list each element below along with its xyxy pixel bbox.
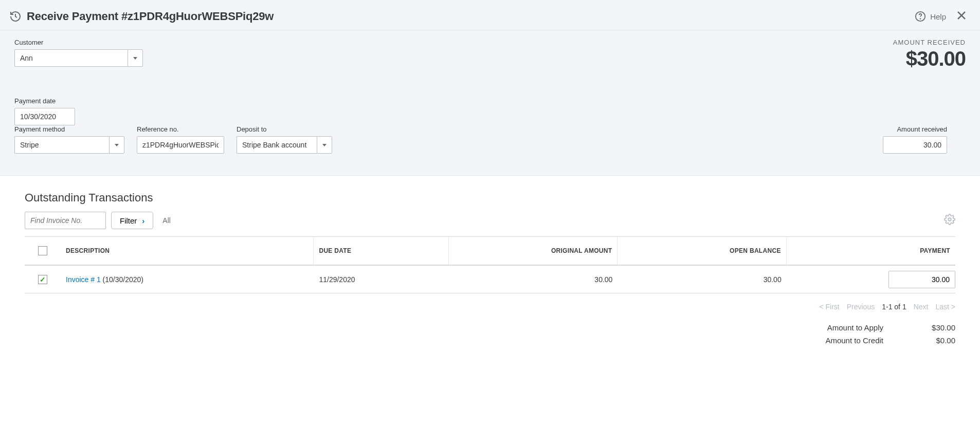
payment-method-dropdown-button[interactable] — [109, 136, 124, 154]
help-label: Help — [930, 12, 946, 21]
pager-first[interactable]: < First — [819, 303, 839, 311]
col-original-amount: ORIGINAL AMOUNT — [449, 237, 618, 265]
payment-date-input[interactable] — [14, 108, 75, 125]
filter-all-label: All — [162, 216, 171, 225]
amount-to-apply-value: $30.00 — [919, 323, 955, 332]
amount-to-credit-label: Amount to Credit — [825, 336, 883, 345]
amount-received-summary-value: $30.00 — [893, 47, 966, 70]
pager-last[interactable]: Last > — [935, 303, 955, 311]
table-header: DESCRIPTION DUE DATE ORIGINAL AMOUNT OPE… — [25, 237, 955, 266]
col-open-balance: OPEN BALANCE — [618, 237, 786, 265]
deposit-to-input[interactable] — [237, 136, 317, 154]
amount-received-input-label: Amount received — [883, 125, 947, 133]
invoice-date: (10/30/2020) — [103, 275, 143, 284]
cell-description: Invoice # 1 (10/30/2020) — [61, 275, 314, 284]
close-button[interactable] — [955, 9, 968, 24]
cell-due-date: 11/29/2020 — [314, 275, 449, 284]
find-invoice-input[interactable] — [25, 212, 106, 229]
amount-received-field: Amount received — [883, 125, 947, 154]
gear-icon — [944, 214, 955, 225]
top-bar: Receive Payment #z1PDR4gHuorWEBSPiq29w H… — [0, 0, 980, 30]
amount-received-summary: AMOUNT RECEIVED $30.00 — [893, 39, 966, 70]
payment-method-label: Payment method — [14, 125, 124, 133]
customer-dropdown-button[interactable] — [128, 49, 143, 67]
payment-date-field: Payment date — [14, 97, 75, 125]
chevron-down-icon — [133, 57, 137, 60]
amount-to-credit-value: $0.00 — [919, 336, 955, 345]
svg-point-1 — [920, 18, 921, 19]
col-payment: PAYMENT — [787, 237, 955, 265]
payment-method-input[interactable] — [14, 136, 109, 154]
reference-input[interactable] — [137, 136, 224, 154]
filter-label: Filter — [120, 216, 137, 225]
outstanding-table: DESCRIPTION DUE DATE ORIGINAL AMOUNT OPE… — [25, 236, 955, 293]
reference-field: Reference no. — [137, 125, 224, 154]
chevron-down-icon — [115, 144, 119, 146]
close-icon — [955, 9, 968, 22]
col-due-date: DUE DATE — [314, 237, 449, 265]
help-button[interactable]: Help — [915, 11, 946, 22]
deposit-to-dropdown-button[interactable] — [317, 136, 332, 154]
header-section: Customer AMOUNT RECEIVED $30.00 Payment … — [0, 30, 980, 176]
customer-input[interactable] — [14, 49, 128, 67]
table-settings-button[interactable] — [944, 214, 955, 227]
pager-next[interactable]: Next — [914, 303, 929, 311]
col-description: DESCRIPTION — [61, 237, 314, 265]
chevron-right-icon: › — [142, 216, 144, 225]
amount-received-summary-label: AMOUNT RECEIVED — [893, 39, 966, 46]
outstanding-section: Outstanding Transactions Filter › All DE… — [0, 176, 980, 345]
page-title: Receive Payment #z1PDR4gHuorWEBSPiq29w — [27, 10, 915, 23]
pager-previous[interactable]: Previous — [847, 303, 875, 311]
history-icon[interactable] — [9, 10, 22, 23]
pager-range: 1-1 of 1 — [882, 303, 906, 311]
pager: < First Previous 1-1 of 1 Next Last > — [25, 303, 955, 311]
filter-button[interactable]: Filter › — [111, 212, 153, 229]
help-icon — [915, 11, 926, 22]
deposit-to-label: Deposit to — [237, 125, 332, 133]
invoice-link[interactable]: Invoice # 1 — [66, 275, 101, 284]
payment-input[interactable] — [888, 271, 955, 288]
svg-point-4 — [948, 218, 951, 221]
totals: Amount to Apply $30.00 Amount to Credit … — [25, 323, 955, 345]
table-row: Invoice # 1 (10/30/2020) 11/29/2020 30.0… — [25, 266, 955, 293]
customer-field: Customer — [14, 39, 143, 67]
chevron-down-icon — [322, 144, 326, 146]
payment-method-field: Payment method — [14, 125, 124, 154]
cell-original-amount: 30.00 — [449, 275, 618, 284]
cell-payment — [787, 271, 955, 288]
outstanding-title: Outstanding Transactions — [25, 191, 955, 205]
row-checkbox[interactable] — [38, 275, 47, 284]
amount-to-apply-label: Amount to Apply — [827, 323, 883, 332]
customer-label: Customer — [14, 39, 143, 46]
filters-row: Filter › All — [25, 212, 955, 229]
select-all-checkbox[interactable] — [38, 246, 47, 255]
reference-label: Reference no. — [137, 125, 224, 133]
deposit-to-field: Deposit to — [237, 125, 332, 154]
payment-date-label: Payment date — [14, 97, 75, 105]
cell-open-balance: 30.00 — [618, 275, 786, 284]
amount-received-input[interactable] — [883, 136, 947, 154]
